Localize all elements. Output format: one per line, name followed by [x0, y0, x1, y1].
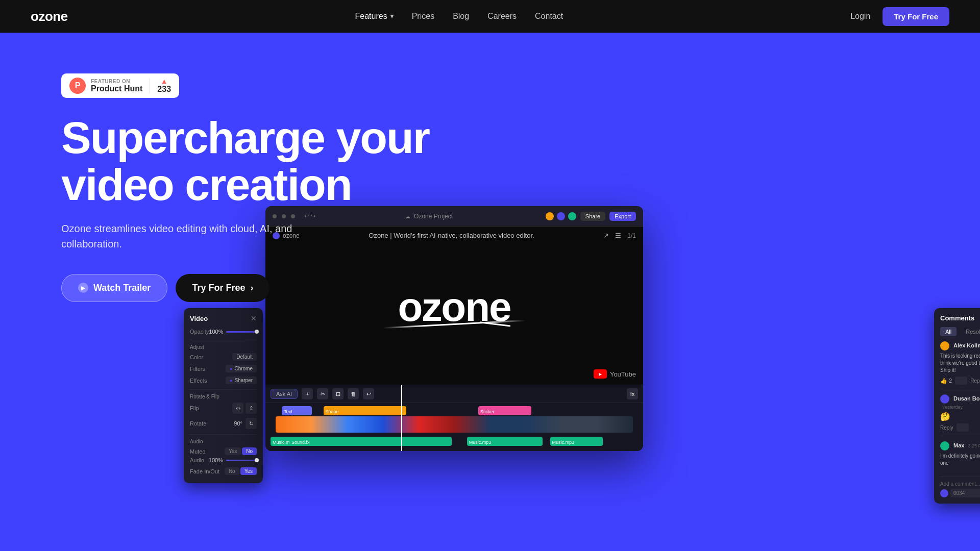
effects-icon: ●: [230, 378, 232, 383]
try-free-button[interactable]: Try For Free ›: [176, 274, 270, 302]
menu-icon[interactable]: ☰: [615, 232, 621, 239]
fade-toggle[interactable]: No Yes: [225, 467, 257, 475]
zoom-button[interactable]: fx: [627, 388, 638, 399]
ask-ai-button[interactable]: Ask AI: [271, 389, 298, 399]
video-properties-panel: Video ✕ Opacity 100% Adjust Color: [184, 308, 263, 483]
sound-track[interactable]: Sound.fx: [289, 437, 335, 446]
nav-right: Login Try For Free: [850, 7, 949, 26]
share-icon[interactable]: ↗: [603, 232, 609, 239]
rotate-button[interactable]: ↻: [246, 418, 257, 429]
flip-horizontal-button[interactable]: ⇔: [232, 403, 243, 414]
fade-yes-button[interactable]: Yes: [240, 467, 257, 475]
nav-item-blog[interactable]: Blog: [453, 12, 469, 21]
video-actions: ↗ ☰ 1/1: [603, 232, 636, 239]
editor-timeline: Ask AI + ✂ ⊡ 🗑 ↩ fx Text Shape: [265, 385, 643, 451]
hero-cta-buttons: ▶ Watch Trailer Try For Free ›: [61, 274, 500, 302]
rotate-flip-section: Rotate & Flip Flip ⇔ ⇕ Rotate 90° ↻: [190, 389, 257, 429]
nav-item-prices[interactable]: Prices: [412, 12, 434, 21]
arrow-right-icon: ›: [250, 283, 253, 293]
share-button[interactable]: Share: [580, 212, 605, 221]
comment-item-1: Alex Kollmann 2d 0:18 This is looking re…: [940, 341, 980, 389]
audio-slider[interactable]: [226, 460, 257, 461]
delete-button[interactable]: 🗑: [348, 388, 359, 399]
page-indicator: 1/1: [627, 232, 636, 239]
cut-button[interactable]: ✂: [317, 388, 328, 399]
nav-item-contact[interactable]: Contact: [535, 12, 563, 21]
product-hunt-badge[interactable]: P FEATURED ON Product Hunt ▲ 233: [61, 73, 179, 98]
add-comment-section: Add a comment... ➤: [940, 477, 980, 497]
filters-select[interactable]: ● Chrome: [226, 365, 257, 372]
fade-no-button[interactable]: No: [225, 467, 239, 475]
timeline-toolbar: Ask AI + ✂ ⊡ 🗑 ↩ fx: [265, 385, 643, 403]
ph-divider: [150, 78, 150, 93]
undo-timeline-button[interactable]: ↩: [363, 388, 374, 399]
product-hunt-count: ▲ 233: [157, 78, 171, 94]
current-user-avatar: [940, 489, 948, 497]
reply-button-1[interactable]: Reply: [970, 378, 980, 384]
add-track-button[interactable]: +: [302, 388, 313, 399]
muted-yes-button[interactable]: Yes: [225, 447, 241, 455]
comments-panel: Comments ✕ All Resolved Alex Kollmann 2d…: [934, 308, 980, 504]
timeline-tracks: Text Shape Sticker Musi: [265, 403, 643, 449]
comments-header: Comments ✕: [940, 314, 980, 322]
nav-login-link[interactable]: Login: [850, 12, 870, 21]
upvote-arrow-icon: ▲: [161, 78, 168, 85]
video-strip-track[interactable]: [276, 416, 633, 433]
comment-emoji: 🤔: [940, 412, 980, 421]
export-button[interactable]: Export: [609, 212, 636, 221]
navbar: ozone Features ▾ Prices Blog Careers Con…: [0, 0, 980, 33]
product-hunt-text: FEATURED ON Product Hunt: [91, 79, 142, 93]
youtube-logo: ▶ YouTube: [594, 369, 636, 379]
tab-resolved[interactable]: Resolved: [961, 327, 980, 336]
nav-item-features[interactable]: Features ▾: [355, 12, 394, 21]
opacity-slider[interactable]: [226, 331, 257, 333]
comment-item-3: Max 3:25 PM I'm definitely going to show…: [940, 441, 980, 471]
audio-section: Audio Muted Yes No Audio 100%: [190, 434, 257, 475]
hero-title: Supercharge your video creation: [61, 114, 500, 209]
product-hunt-icon: P: [69, 78, 86, 94]
muted-toggle[interactable]: Yes No: [225, 447, 257, 455]
reply-button-2[interactable]: Reply: [940, 425, 953, 431]
comment-item-2: Dusan Bosnjak Yesterday 0:18 🤔 Reply: [940, 394, 980, 436]
adjust-section: Adjust Color Default Filters ● Chrome Ef…: [190, 340, 257, 384]
music-track-2[interactable]: Music.mp3: [467, 437, 543, 446]
chevron-down-icon: ▾: [390, 13, 394, 20]
shape-track[interactable]: Shape: [324, 406, 407, 415]
muted-no-button[interactable]: No: [242, 447, 257, 455]
comments-tabs: All Resolved: [940, 327, 980, 336]
panel-header: Video ✕: [190, 314, 257, 322]
topbar-actions: Share Export: [546, 212, 636, 221]
hero-subtitle: Ozone streamlines video editing with clo…: [61, 221, 316, 252]
nav-links: Features ▾ Prices Blog Careers Contact: [355, 12, 564, 21]
text-track[interactable]: Text: [282, 406, 312, 415]
tab-all[interactable]: All: [940, 327, 957, 336]
color-select[interactable]: Default: [232, 353, 257, 361]
split-button[interactable]: ⊡: [332, 388, 344, 399]
playhead[interactable]: [401, 385, 402, 451]
nav-logo[interactable]: ozone: [31, 9, 68, 24]
play-icon: ▶: [78, 283, 88, 293]
hero-content: P FEATURED ON Product Hunt ▲ 233 Superch…: [61, 73, 500, 302]
nav-item-careers[interactable]: Careers: [487, 12, 517, 21]
flip-vertical-button[interactable]: ⇕: [246, 403, 257, 414]
hero-section: P FEATURED ON Product Hunt ▲ 233 Superch…: [0, 33, 980, 551]
sticker-track[interactable]: Sticker: [478, 406, 531, 415]
opacity-row: Opacity 100%: [190, 329, 257, 335]
watch-trailer-button[interactable]: ▶ Watch Trailer: [61, 274, 167, 302]
filter-icon: ●: [230, 366, 232, 371]
nav-try-free-button[interactable]: Try For Free: [883, 7, 949, 26]
music-track-3[interactable]: Music.mp3: [550, 437, 603, 446]
effects-select[interactable]: ● Sharper: [226, 377, 257, 384]
youtube-icon: ▶: [594, 369, 607, 379]
panel-close-button[interactable]: ✕: [251, 314, 257, 322]
comment-input-field[interactable]: [950, 489, 980, 497]
